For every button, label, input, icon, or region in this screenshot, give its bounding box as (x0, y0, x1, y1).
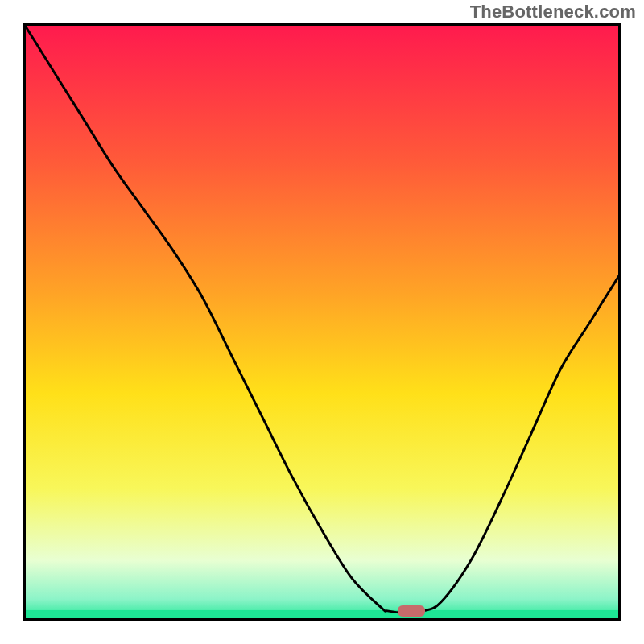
watermark-text: TheBottleneck.com (470, 2, 636, 23)
target-marker (398, 605, 425, 617)
bottleneck-chart (0, 0, 644, 644)
chart-stage: TheBottleneck.com (0, 0, 644, 644)
